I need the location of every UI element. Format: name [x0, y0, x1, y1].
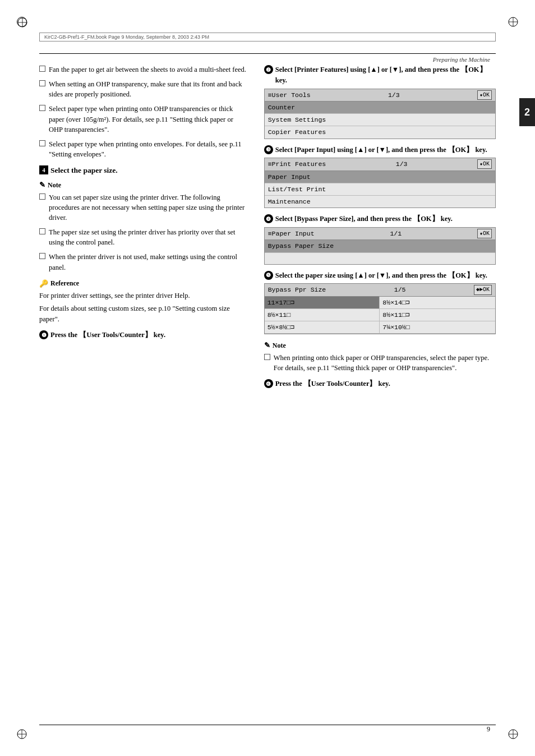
lcd4-header-mid: 1/5	[394, 285, 406, 294]
step2-circle: ❷	[264, 65, 273, 74]
file-info-bar: KirC2-GB-Pref1-F_FM.book Page 9 Monday, …	[39, 33, 496, 42]
lcd4-header-left: Bypass Ppr Size	[268, 285, 326, 294]
lcd4-cell-4: 8½×11□⊐	[380, 309, 495, 321]
lcd4-grid-body: 11×17□⊐ 8½×14□⊐ 8½×11□ 8½×11□⊐ 5½×8½□⊐ 7…	[265, 297, 495, 334]
note2-bullet-1: When printing onto thick paper or OHP tr…	[264, 353, 496, 373]
bullet-item-3: Select paper type when printing onto OHP…	[39, 104, 247, 134]
lcd3-row-empty1	[265, 253, 495, 264]
note-text-3: When the printer driver is not used, mak…	[49, 252, 247, 272]
step2-heading: ❷ Select [Printer Features] using [▲] or…	[264, 64, 496, 86]
reference-text-2: For details about setting custom sizes, …	[39, 303, 247, 325]
reference-section: 🔑 Reference For printer driver settings,…	[39, 278, 247, 325]
note-checkbox-2	[39, 228, 45, 234]
lcd4-cell-5: 5½×8½□⊐	[265, 321, 380, 334]
step2-label: Select [Printer Features] using [▲] or […	[275, 64, 496, 86]
bullet-checkbox-2	[39, 80, 45, 86]
note2-text-1: When printing onto thick paper or OHP tr…	[274, 353, 496, 373]
lcd3-header: ≡Paper Input 1/1 ⬧OK	[265, 228, 495, 240]
step6-label: Press the 【User Tools/Counter】 key.	[275, 379, 390, 389]
lcd1-row-3: Copier Features	[265, 126, 495, 138]
step2: ❷ Select [Printer Features] using [▲] or…	[264, 64, 496, 139]
lcd4-cell-2: 8½×14□⊐	[380, 297, 495, 309]
lcd2-row-3: Maintenance	[265, 196, 495, 208]
bullet-item-1: Fan the paper to get air between the she…	[39, 64, 247, 75]
page-header: Preparing the Machine	[433, 56, 490, 63]
step6-heading: ❻ Press the 【User Tools/Counter】 key.	[264, 379, 496, 389]
lcd-paper-input: ≡Paper Input 1/1 ⬧OK Bypass Paper Size	[264, 227, 496, 265]
step1-heading: ❶ Press the 【User Tools/Counter】 key.	[39, 330, 247, 340]
lcd2-row-1: Paper Input	[265, 171, 495, 183]
note-checkbox-1	[39, 193, 45, 200]
left-column: Fan the paper to get air between the she…	[39, 64, 259, 722]
section-tab: 2	[519, 98, 535, 126]
reference-icon: 🔑	[39, 278, 48, 289]
page-number: 9	[487, 725, 490, 734]
lcd3-ok-badge: ⬧OK	[477, 229, 492, 238]
corner-mark-br	[508, 729, 518, 739]
step4-circle: ❹	[264, 214, 273, 223]
step6-circle: ❻	[264, 379, 273, 388]
header-rule	[39, 53, 496, 54]
step3-circle: ❸	[264, 145, 273, 154]
step4-num-box: 4	[39, 165, 48, 174]
lcd-user-tools: ≡User Tools 1/3 ⬧OK Counter System Setti…	[264, 89, 496, 139]
bullet-checkbox-4	[39, 140, 45, 146]
corner-mark-tl	[17, 17, 27, 27]
step4-right: ❹ Select [Bypass Paper Size], and then p…	[264, 214, 496, 264]
step5-heading: ❺ Select the paper size using [▲] or [▼]…	[264, 270, 496, 281]
note-bullet-2: The paper size set using the printer dri…	[39, 227, 247, 247]
lcd1-ok-badge: ⬧OK	[477, 90, 492, 100]
corner-mark-tr	[508, 17, 518, 27]
bullet-checkbox-3	[39, 105, 45, 111]
bullet-item-4: Select paper type when printing onto env…	[39, 139, 247, 159]
step5-circle: ❺	[264, 271, 273, 280]
step4-right-label: Select [Bypass Paper Size], and then pre…	[275, 214, 453, 224]
note-heading-1: ✎ Note	[39, 179, 247, 191]
lcd3-header-left: ≡Paper Input	[268, 229, 315, 238]
step1-label: Press the 【User Tools/Counter】 key.	[50, 330, 165, 340]
step3-label: Select [Paper Input] using [▲] or [▼], a…	[275, 145, 487, 155]
note-text-2: The paper size set using the printer dri…	[49, 227, 247, 247]
bullet-text-1: Fan the paper to get air between the she…	[49, 64, 247, 75]
right-column: ❷ Select [Printer Features] using [▲] or…	[259, 64, 496, 722]
lcd1-row-2: System Settings	[265, 114, 495, 126]
lcd2-header: ≡Print Features 1/3 ⬧OK	[265, 158, 495, 170]
note-bullets-1: You can set paper size using the printer…	[39, 192, 247, 273]
bullet-text-3: Select paper type when printing onto OHP…	[49, 104, 247, 134]
note-section-2: ✎ Note When printing onto thick paper or…	[264, 340, 496, 373]
reference-text-1: For printer driver settings, see the pri…	[39, 291, 247, 301]
lcd1-header: ≡User Tools 1/3 ⬧OK	[265, 89, 495, 102]
lcd1-header-left: ≡User Tools	[268, 90, 311, 100]
step5: ❺ Select the paper size using [▲] or [▼]…	[264, 270, 496, 335]
step4-right-heading: ❹ Select [Bypass Paper Size], and then p…	[264, 214, 496, 224]
step1-circle: ❶	[39, 330, 48, 339]
lcd2-header-mid: 1/3	[396, 159, 408, 169]
note2-checkbox-1	[264, 354, 270, 360]
file-info-text: KirC2-GB-Pref1-F_FM.book Page 9 Monday, …	[44, 34, 209, 40]
step5-label: Select the paper size using [▲] or [▼], …	[275, 270, 487, 281]
lcd3-row-1: Bypass Paper Size	[265, 240, 495, 252]
lcd4-cell-3: 8½×11□	[265, 309, 380, 321]
step3: ❸ Select [Paper Input] using [▲] or [▼],…	[264, 145, 496, 209]
step1: ❶ Press the 【User Tools/Counter】 key.	[39, 330, 247, 340]
main-content: Fan the paper to get air between the she…	[39, 64, 496, 722]
reference-heading: 🔑 Reference	[39, 278, 247, 289]
corner-mark-bl	[17, 729, 27, 739]
lcd2-ok-badge: ⬧OK	[477, 159, 492, 169]
bullet-checkbox-1	[39, 66, 45, 72]
footer-rule	[39, 725, 496, 725]
lcd4-header: Bypass Ppr Size 1/5 ◆►OK	[265, 284, 495, 296]
bullet-text-2: When setting an OHP transparency, make s…	[49, 79, 247, 99]
bullet-text-4: Select paper type when printing onto env…	[49, 139, 247, 159]
lcd1-header-mid: 1/3	[388, 90, 400, 100]
lcd2-header-left: ≡Print Features	[268, 159, 326, 169]
note-text-1: You can set paper size using the printer…	[49, 192, 247, 223]
step4-heading: 4 Select the paper size.	[39, 165, 247, 176]
note-heading-2: ✎ Note	[264, 340, 496, 351]
lcd4-cell-6: 7¼×10½□	[380, 321, 495, 334]
note-icon-1: ✎	[39, 179, 45, 191]
note-icon-2: ✎	[264, 340, 270, 351]
lcd3-header-mid: 1/1	[390, 229, 402, 238]
step3-heading: ❸ Select [Paper Input] using [▲] or [▼],…	[264, 145, 496, 155]
lcd4-cell-1: 11×17□⊐	[265, 297, 380, 309]
